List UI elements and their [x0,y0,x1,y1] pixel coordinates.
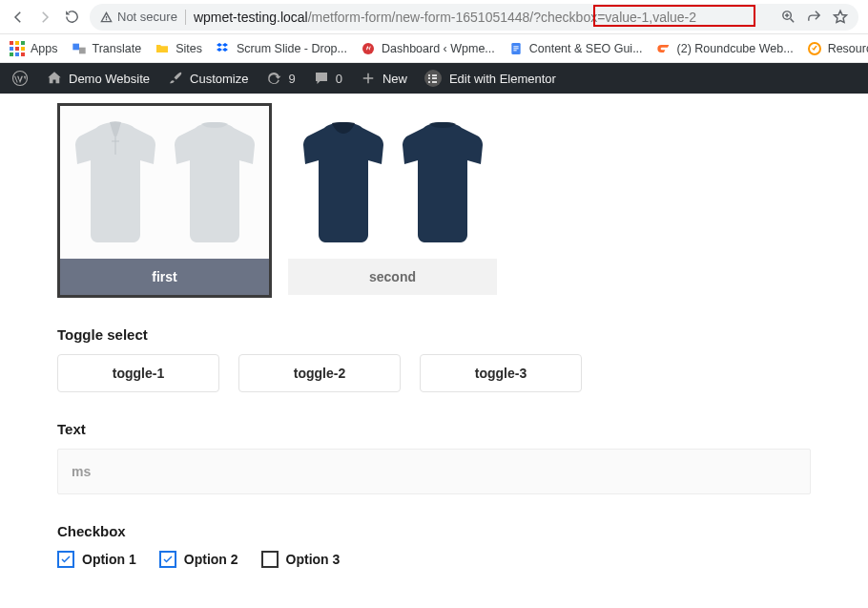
option-label: second [369,269,416,284]
bookmark-roundcube[interactable]: (2) Roundcube Web... [656,41,794,56]
reload-button[interactable] [63,9,80,26]
tshirt-back-icon [395,120,490,244]
text-input[interactable]: ms [57,449,811,494]
page-content: first second Toggle select toggle-1 togg… [0,94,868,568]
wp-updates[interactable]: 9 [265,70,295,87]
checkbox-box [261,551,279,568]
bookmark-resource[interactable]: Resource [807,41,868,56]
bookmark-scrum[interactable]: Scrum Slide - Drop... [216,41,347,56]
option-image [288,106,497,259]
tshirt-front-icon [296,120,391,244]
browser-toolbar: Not secure wpmet-testing.local/metform-f… [0,0,868,34]
zoom-icon[interactable] [780,9,796,25]
bookmark-label: Resource [828,42,868,55]
wp-comments[interactable]: 0 [313,70,342,87]
back-button[interactable] [10,9,27,26]
elementor-text: Edit with Elementor [449,72,556,86]
svg-rect-5 [79,47,86,53]
toggle-select-label: Toggle select [57,326,811,343]
updates-count: 9 [288,72,295,86]
checkbox-label: Option 3 [286,552,341,567]
apps-button[interactable]: Apps [10,41,58,56]
url-path: /metform-form/new-form-1651051448/?check… [308,10,696,25]
svg-rect-9 [513,48,518,49]
toggle-option-2[interactable]: toggle-2 [238,354,401,392]
address-divider [185,10,186,25]
text-input-value: ms [72,464,91,479]
checkbox-group-label: Checkbox [57,523,811,539]
apps-label: Apps [31,42,58,55]
share-icon[interactable] [806,9,822,25]
checkbox-option-1[interactable]: Option 1 [57,551,136,568]
security-indicator[interactable]: Not secure [99,10,177,24]
cpanel-icon [656,41,672,56]
url-text: wpmet-testing.local/metform-form/new-for… [194,10,696,25]
wpmet-icon [361,41,376,56]
toggle-label: toggle-1 [113,366,164,381]
new-text: New [382,72,407,86]
bookmark-label: (2) Roundcube Web... [677,42,794,55]
image-select-group: first second [57,103,811,298]
polo-front-icon [68,120,163,244]
svg-point-6 [362,43,374,54]
bookmark-label: Dashboard ‹ Wpme... [382,42,495,55]
svg-rect-8 [513,46,518,47]
bookmark-dashboard[interactable]: Dashboard ‹ Wpme... [361,41,495,56]
folder-icon [155,41,170,56]
option-label-bar: second [288,259,497,295]
bookmark-translate[interactable]: Translate [72,41,142,56]
svg-line-1 [791,19,795,23]
bookmarks-bar: Apps Translate Sites Scrum Slide - Drop.… [0,34,868,63]
checkbox-box [159,551,176,568]
toggle-group: toggle-1 toggle-2 toggle-3 [57,354,811,392]
bookmark-label: Scrum Slide - Drop... [237,42,347,55]
text-field-label: Text [57,421,811,437]
wp-logo[interactable] [11,70,29,87]
brush-icon [167,70,184,87]
toggle-label: toggle-2 [294,366,345,381]
docs-icon [508,41,524,56]
option-image [60,106,269,259]
comments-count: 0 [336,72,342,86]
option-label: first [152,269,176,284]
plus-icon [360,70,377,87]
option-label-bar: first [60,259,269,295]
customize-text: Customize [190,72,248,86]
image-option-first[interactable]: first [57,103,272,298]
wp-edit-elementor[interactable]: Edit with Elementor [424,70,556,87]
elementor-icon [424,70,442,87]
updates-icon [265,70,282,87]
toggle-option-1[interactable]: toggle-1 [57,354,219,392]
checkbox-option-2[interactable]: Option 2 [159,551,238,568]
svg-rect-4 [72,43,79,50]
wp-customize[interactable]: Customize [167,70,248,87]
checkbox-option-3[interactable]: Option 3 [261,551,341,568]
security-text: Not secure [117,10,177,24]
bookmark-label: Translate [93,42,142,55]
checkbox-label: Option 1 [82,552,136,567]
apps-grid-icon [10,41,25,56]
image-option-second[interactable]: second [285,103,500,298]
dropbox-icon [216,41,231,56]
resource-icon [807,41,822,56]
bookmark-star-icon[interactable] [832,9,849,26]
toggle-option-3[interactable]: toggle-3 [420,354,582,392]
address-bar[interactable]: Not secure wpmet-testing.local/metform-f… [90,4,858,31]
site-name-text: Demo Website [69,72,150,86]
bookmark-sites[interactable]: Sites [155,41,202,56]
wp-new[interactable]: New [360,70,407,87]
forward-button[interactable] [36,9,53,26]
checkbox-group: Option 1 Option 2 Option 3 [57,551,811,568]
polo-back-icon [167,120,262,244]
wp-site-name[interactable]: Demo Website [46,70,150,87]
comment-icon [313,70,330,87]
svg-rect-10 [513,50,516,51]
checkbox-box [57,551,74,568]
translate-icon [72,41,87,56]
wp-admin-bar: Demo Website Customize 9 0 New Edit with… [0,63,868,94]
bookmark-label: Content & SEO Gui... [529,42,643,55]
bookmark-label: Sites [176,42,202,55]
url-host: wpmet-testing.local [194,10,308,25]
toggle-label: toggle-3 [475,366,527,381]
bookmark-seo[interactable]: Content & SEO Gui... [508,41,643,56]
